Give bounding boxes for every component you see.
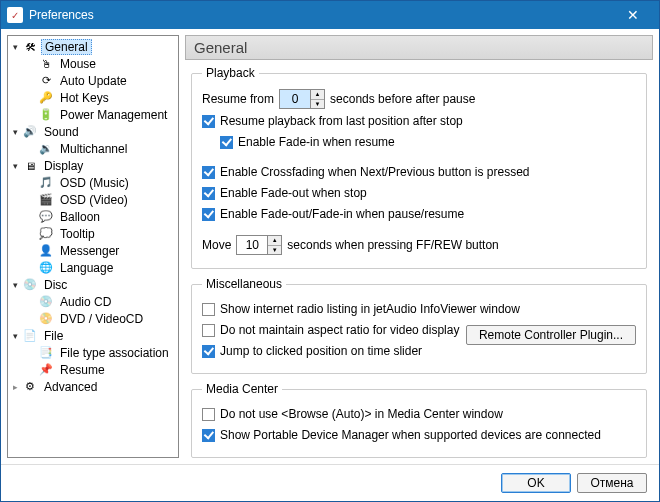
move-spinner[interactable]: ▲▼	[236, 235, 282, 255]
fadeout-stop-row[interactable]: Enable Fade-out when stop	[202, 184, 636, 202]
tree-label: OSD (Music)	[60, 176, 129, 190]
file-icon: 📄	[22, 328, 38, 344]
crossfade-row[interactable]: Enable Crossfading when Next/Previous bu…	[202, 163, 636, 181]
nav-tree[interactable]: 🛠 General 🖱 Mouse ⟳ Auto Update 🔑 Hot Ke…	[7, 35, 179, 458]
spin-down[interactable]: ▼	[268, 246, 281, 255]
tree-item-sound[interactable]: 🔊 Sound	[8, 123, 178, 140]
tree-label: DVD / VideoCD	[60, 312, 143, 326]
tree-item-audiocd[interactable]: 💿 Audio CD	[8, 293, 178, 310]
radio-label: Show internet radio listing in jetAudio …	[220, 302, 520, 316]
tree-item-language[interactable]: 🌐 Language	[8, 259, 178, 276]
fadein-label: Enable Fade-in when resume	[238, 135, 395, 149]
osd-icon: 🎵	[38, 175, 54, 191]
nobrowse-check[interactable]	[202, 408, 215, 421]
portable-label: Show Portable Device Manager when suppor…	[220, 428, 601, 442]
advanced-icon: ⚙	[22, 379, 38, 395]
expand-icon[interactable]	[8, 331, 22, 341]
messenger-icon: 👤	[38, 243, 54, 259]
expand-icon[interactable]	[8, 42, 22, 52]
resume-from-post: seconds before after pause	[330, 92, 475, 106]
tree-label: Disc	[44, 278, 67, 292]
portable-check[interactable]	[202, 429, 215, 442]
resume-from-spinner[interactable]: ▲▼	[279, 89, 325, 109]
app-icon: ✓	[7, 7, 23, 23]
fade-pause-row[interactable]: Enable Fade-out/Fade-in when pause/resum…	[202, 205, 636, 223]
tree-item-advanced[interactable]: ⚙ Advanced	[8, 378, 178, 395]
preferences-window: ✓ Preferences ✕ 🛠 General 🖱 Mouse ⟳ Auto…	[0, 0, 660, 502]
speaker-icon: 🔊	[22, 124, 38, 140]
language-icon: 🌐	[38, 260, 54, 276]
fadeout-stop-check[interactable]	[202, 187, 215, 200]
spin-up[interactable]: ▲	[268, 236, 281, 246]
tree-item-balloon[interactable]: 💬 Balloon	[8, 208, 178, 225]
crossfade-check[interactable]	[202, 166, 215, 179]
resume-from-row: Resume from ▲▼ seconds before after paus…	[202, 89, 636, 109]
spin-up[interactable]: ▲	[311, 90, 324, 100]
tree-item-file[interactable]: 📄 File	[8, 327, 178, 344]
tree-item-multichannel[interactable]: 🔉 Multichannel	[8, 140, 178, 157]
tree-item-general[interactable]: 🛠 General	[8, 38, 178, 55]
resume-last-check[interactable]	[202, 115, 215, 128]
fade-pause-label: Enable Fade-out/Fade-in when pause/resum…	[220, 207, 464, 221]
multichannel-icon: 🔉	[38, 141, 54, 157]
media-group: Media Center Do not use <Browse (Auto)> …	[191, 382, 647, 458]
expand-icon[interactable]	[8, 161, 22, 171]
tree-label: File type association	[60, 346, 169, 360]
fade-pause-check[interactable]	[202, 208, 215, 221]
tooltip-icon: 💭	[38, 226, 54, 242]
tree-item-display[interactable]: 🖥 Display	[8, 157, 178, 174]
portable-row[interactable]: Show Portable Device Manager when suppor…	[202, 426, 636, 444]
fadein-row[interactable]: Enable Fade-in when resume	[220, 133, 636, 151]
radio-row[interactable]: Show internet radio listing in jetAudio …	[202, 300, 636, 318]
resume-from-input[interactable]	[279, 89, 311, 109]
balloon-icon: 💬	[38, 209, 54, 225]
tree-label: Balloon	[60, 210, 100, 224]
tree-label: Auto Update	[60, 74, 127, 88]
display-icon: 🖥	[22, 158, 38, 174]
move-input[interactable]	[236, 235, 268, 255]
jump-check[interactable]	[202, 345, 215, 358]
tree-label: Mouse	[60, 57, 96, 71]
tree-item-file-assoc[interactable]: 📑 File type association	[8, 344, 178, 361]
remote-plugin-button[interactable]: Remote Controller Plugin...	[466, 325, 636, 345]
ok-button[interactable]: OK	[501, 473, 571, 493]
fadein-check[interactable]	[220, 136, 233, 149]
tree-item-mouse[interactable]: 🖱 Mouse	[8, 55, 178, 72]
tree-item-autoupdate[interactable]: ⟳ Auto Update	[8, 72, 178, 89]
fadeout-stop-label: Enable Fade-out when stop	[220, 186, 367, 200]
expand-icon[interactable]	[8, 280, 22, 290]
tree-item-dvd[interactable]: 📀 DVD / VideoCD	[8, 310, 178, 327]
aspect-check[interactable]	[202, 324, 215, 337]
tree-item-resume[interactable]: 📌 Resume	[8, 361, 178, 378]
nobrowse-row[interactable]: Do not use <Browse (Auto)> in Media Cent…	[202, 405, 636, 423]
move-row: Move ▲▼ seconds when pressing FF/REW but…	[202, 235, 636, 255]
resume-from-pre: Resume from	[202, 92, 274, 106]
assoc-icon: 📑	[38, 345, 54, 361]
power-icon: 🔋	[38, 107, 54, 123]
tree-item-osd-video[interactable]: 🎬 OSD (Video)	[8, 191, 178, 208]
spin-down[interactable]: ▼	[311, 100, 324, 109]
move-post: seconds when pressing FF/REW button	[287, 238, 498, 252]
tree-label: Messenger	[60, 244, 119, 258]
tree-item-disc[interactable]: 💿 Disc	[8, 276, 178, 293]
tree-item-osd-music[interactable]: 🎵 OSD (Music)	[8, 174, 178, 191]
radio-check[interactable]	[202, 303, 215, 316]
cancel-button[interactable]: Отмена	[577, 473, 647, 493]
tree-label: Tooltip	[60, 227, 95, 241]
misc-group: Miscellaneous Show internet radio listin…	[191, 277, 647, 374]
tree-label: Audio CD	[60, 295, 111, 309]
key-icon: 🔑	[38, 90, 54, 106]
tree-item-messenger[interactable]: 👤 Messenger	[8, 242, 178, 259]
dvd-icon: 📀	[38, 311, 54, 327]
close-button[interactable]: ✕	[613, 1, 653, 29]
gear-icon: 🛠	[22, 39, 38, 55]
tree-item-power[interactable]: 🔋 Power Management	[8, 106, 178, 123]
resume-icon: 📌	[38, 362, 54, 378]
misc-legend: Miscellaneous	[202, 277, 286, 291]
expand-icon[interactable]	[8, 382, 22, 392]
expand-icon[interactable]	[8, 127, 22, 137]
resume-last-row[interactable]: Resume playback from last position after…	[202, 112, 636, 130]
aspect-label: Do not maintain aspect ratio for video d…	[220, 323, 459, 337]
tree-item-tooltip[interactable]: 💭 Tooltip	[8, 225, 178, 242]
tree-item-hotkeys[interactable]: 🔑 Hot Keys	[8, 89, 178, 106]
